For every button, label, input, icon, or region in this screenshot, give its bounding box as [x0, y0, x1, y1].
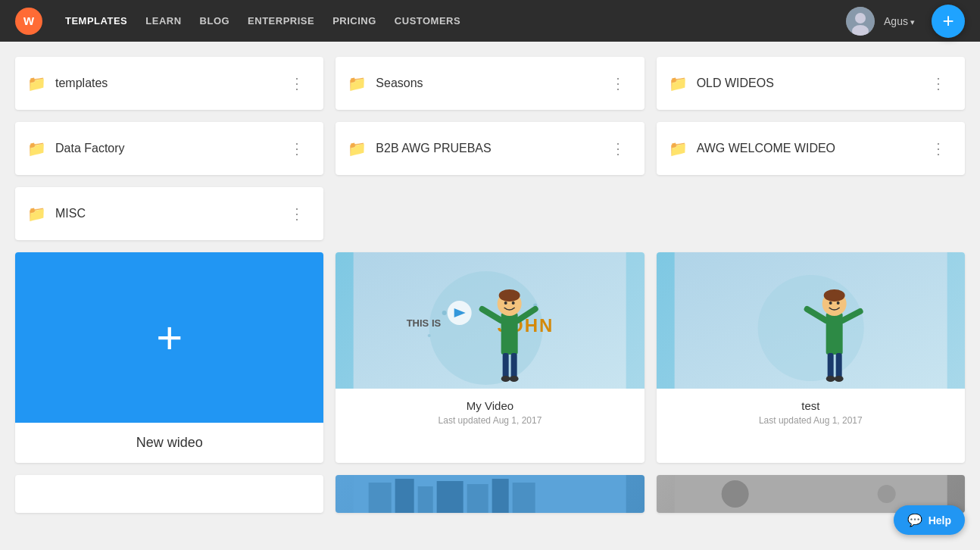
folder-card-misc[interactable]: 📁 MISC ⋮: [15, 187, 323, 240]
svg-point-29: [826, 376, 835, 382]
svg-rect-17: [511, 353, 517, 380]
svg-rect-33: [395, 479, 414, 513]
svg-rect-34: [418, 486, 433, 513]
folder-icon: 📁: [27, 205, 46, 223]
svg-point-24: [823, 289, 844, 302]
folder-menu-button[interactable]: ⋮: [283, 136, 311, 161]
folder-icon: 📁: [348, 139, 367, 158]
svg-point-41: [877, 485, 895, 503]
folder-name: OLD WIDEOS: [697, 77, 774, 90]
svg-point-19: [510, 376, 519, 382]
nav-customers[interactable]: CUSTOMERS: [395, 15, 460, 27]
folder-menu-button[interactable]: ⋮: [604, 136, 632, 161]
folder-name: templates: [55, 77, 108, 90]
svg-point-30: [834, 376, 843, 382]
svg-point-14: [504, 302, 507, 305]
fab-add-button[interactable]: +: [932, 5, 965, 38]
folder-menu-button[interactable]: ⋮: [283, 202, 311, 226]
video-title: My Video: [348, 399, 632, 412]
video-thumbnail: THIS IS JOHN: [336, 252, 644, 389]
folder-menu-button[interactable]: ⋮: [925, 136, 953, 161]
folder-card-templates[interactable]: 📁 templates ⋮: [15, 57, 323, 110]
svg-rect-36: [467, 484, 488, 513]
video-thumbnail: [657, 252, 965, 389]
user-name[interactable]: Agus: [884, 15, 915, 27]
help-icon: 💬: [907, 513, 922, 527]
help-button[interactable]: 💬 Help: [894, 505, 965, 535]
nav-pricing[interactable]: PRICING: [332, 15, 376, 27]
svg-rect-28: [835, 353, 841, 380]
svg-point-21: [757, 275, 863, 381]
folder-menu-button[interactable]: ⋮: [604, 71, 632, 95]
plus-icon: +: [156, 315, 183, 361]
folder-name: Data Factory: [55, 142, 125, 155]
nav-templates[interactable]: TEMPLATES: [65, 15, 127, 27]
video-updated: Last updated Aug 1, 2017: [348, 415, 632, 426]
svg-rect-27: [827, 353, 833, 380]
video-updated: Last updated Aug 1, 2017: [669, 415, 953, 426]
nav-links: TEMPLATES LEARN BLOG ENTERPRISE PRICING …: [65, 15, 846, 27]
video-title: test: [669, 399, 953, 412]
folder-icon: 📁: [348, 74, 367, 92]
folder-card-awg-welcome[interactable]: 📁 AWG WELCOME WIDEO ⋮: [657, 122, 965, 175]
nav-enterprise[interactable]: ENTERPRISE: [248, 15, 314, 27]
svg-point-40: [721, 480, 748, 508]
folder-card-old-wideos[interactable]: 📁 OLD WIDEOS ⋮: [657, 57, 965, 110]
folder-card-b2b[interactable]: 📁 B2B AWG PRUEBAS ⋮: [336, 122, 644, 175]
svg-point-13: [499, 289, 520, 302]
svg-rect-35: [437, 481, 463, 513]
folder-icon: 📁: [27, 139, 46, 158]
avatar: [846, 7, 875, 36]
svg-point-6: [428, 334, 431, 337]
video-info: My Video Last updated Aug 1, 2017: [336, 389, 644, 436]
svg-rect-32: [369, 483, 392, 513]
svg-point-26: [836, 302, 839, 305]
partial-card-white[interactable]: [15, 475, 323, 513]
nav-learn[interactable]: LEARN: [145, 15, 181, 27]
svg-point-1: [855, 13, 866, 23]
logo-text: w: [23, 13, 34, 29]
items-grid: 📁 templates ⋮ 📁 Seasons ⋮ 📁 OLD WIDEOS ⋮…: [15, 57, 965, 513]
navbar-right: Agus +: [846, 5, 965, 38]
folder-icon: 📁: [669, 74, 688, 92]
video-card-test[interactable]: test Last updated Aug 1, 2017: [657, 252, 965, 463]
folder-name: MISC: [55, 207, 86, 220]
new-wideo-blue-area: +: [15, 252, 323, 423]
folder-name: Seasons: [376, 77, 423, 90]
folder-menu-button[interactable]: ⋮: [283, 71, 311, 95]
help-label: Help: [929, 514, 951, 527]
new-wideo-card[interactable]: + New wideo: [15, 252, 323, 463]
folder-icon: 📁: [27, 74, 46, 92]
main-content: 📁 templates ⋮ 📁 Seasons ⋮ 📁 OLD WIDEOS ⋮…: [0, 42, 980, 550]
svg-rect-37: [492, 479, 509, 513]
svg-point-25: [829, 302, 832, 305]
svg-point-15: [512, 302, 515, 305]
svg-point-5: [442, 311, 447, 315]
nav-blog[interactable]: BLOG: [200, 15, 230, 27]
partial-card-city[interactable]: [336, 475, 644, 513]
folder-name: B2B AWG PRUEBAS: [376, 142, 491, 155]
navbar: w TEMPLATES LEARN BLOG ENTERPRISE PRICIN…: [0, 0, 980, 42]
svg-rect-38: [513, 483, 535, 513]
new-wideo-label: New wideo: [15, 423, 323, 463]
video-info: test Last updated Aug 1, 2017: [657, 389, 965, 436]
folder-card-data-factory[interactable]: 📁 Data Factory ⋮: [15, 122, 323, 175]
folder-card-seasons[interactable]: 📁 Seasons ⋮: [336, 57, 644, 110]
svg-rect-16: [503, 353, 509, 380]
folder-icon: 📁: [669, 139, 688, 158]
logo[interactable]: w: [15, 8, 42, 35]
folder-name: AWG WELCOME WIDEO: [697, 142, 835, 155]
svg-rect-31: [354, 475, 626, 513]
folder-menu-button[interactable]: ⋮: [925, 71, 953, 95]
svg-point-18: [501, 376, 510, 382]
video-card-my-video[interactable]: THIS IS JOHN: [336, 252, 644, 463]
svg-text:THIS IS: THIS IS: [407, 317, 442, 329]
